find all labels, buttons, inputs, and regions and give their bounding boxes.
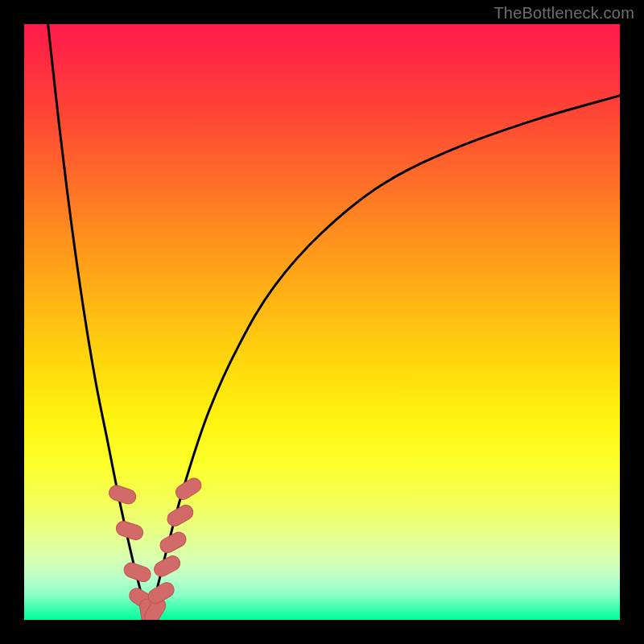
chart-frame: TheBottleneck.com xyxy=(0,0,644,644)
series-right-branch xyxy=(149,96,620,614)
marker-pill-0 xyxy=(107,484,138,506)
plot-area xyxy=(24,24,620,620)
watermark-text: TheBottleneck.com xyxy=(493,4,634,23)
marker-layer xyxy=(107,476,204,620)
marker-pill-10 xyxy=(173,476,204,502)
marker-pill-8 xyxy=(158,530,188,555)
marker-pill-9 xyxy=(165,502,196,529)
chart-svg xyxy=(24,24,620,620)
marker-pill-1 xyxy=(114,519,145,542)
marker-pill-2 xyxy=(122,561,153,584)
marker-pill-7 xyxy=(151,553,182,579)
